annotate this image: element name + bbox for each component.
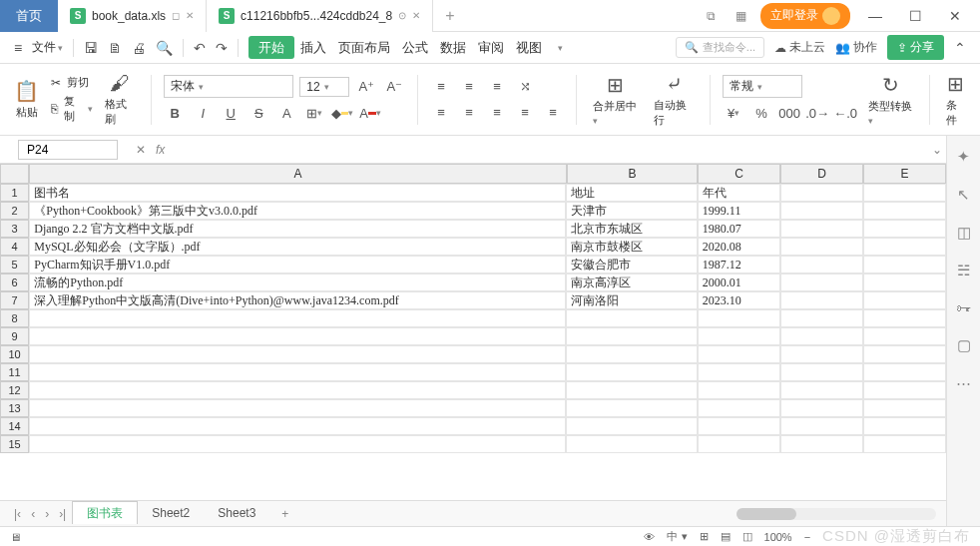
cell[interactable] — [566, 345, 698, 363]
column-header[interactable]: C — [698, 164, 780, 184]
cell[interactable] — [780, 184, 863, 202]
cell[interactable]: 河南洛阳 — [566, 291, 698, 309]
sheet-prev-icon[interactable]: ‹ — [27, 507, 39, 521]
cell[interactable] — [780, 273, 863, 291]
camera-icon[interactable]: ▢ — [957, 336, 971, 354]
cell[interactable] — [863, 381, 946, 399]
view-normal-icon[interactable]: ⊞ — [700, 530, 709, 543]
cursor-icon[interactable]: ↖ — [957, 186, 970, 204]
cell[interactable]: 1980.07 — [698, 220, 780, 238]
cell[interactable] — [863, 345, 946, 363]
cell[interactable] — [29, 381, 566, 399]
cell[interactable]: 流畅的Python.pdf — [29, 273, 566, 291]
row-header[interactable]: 14 — [0, 417, 29, 435]
fill-color-button[interactable]: ◆▾ — [331, 102, 353, 124]
font-color-button[interactable]: A▾ — [359, 102, 381, 124]
horizontal-scrollbar[interactable] — [736, 508, 936, 520]
eye-icon[interactable]: 👁 — [644, 531, 655, 543]
zoom-out-button[interactable]: − — [804, 531, 810, 543]
align-center-button[interactable]: ≡ — [458, 102, 480, 124]
cell[interactable] — [698, 345, 780, 363]
cell[interactable] — [566, 363, 698, 381]
sheet-next-icon[interactable]: › — [41, 507, 53, 521]
cell[interactable] — [863, 327, 946, 345]
sheet-last-icon[interactable]: ›| — [55, 507, 70, 521]
indent-right-button[interactable]: ≡ — [542, 102, 564, 124]
expand-icon[interactable]: ⌃ — [954, 40, 966, 56]
name-box[interactable] — [18, 140, 118, 160]
row-header[interactable]: 11 — [0, 363, 29, 381]
paste-group[interactable]: 📋 粘贴 — [10, 79, 43, 120]
currency-button[interactable]: ¥▾ — [723, 102, 744, 124]
cell[interactable] — [780, 381, 863, 399]
chevron-down-icon[interactable]: ▾ — [558, 43, 563, 53]
sheet-first-icon[interactable]: |‹ — [10, 507, 25, 521]
cell[interactable]: 深入理解Python中文版高清(Dive+into+Python)@www.ja… — [29, 291, 566, 309]
cell[interactable]: 北京市东城区 — [566, 220, 698, 238]
cell[interactable]: 图书名 — [29, 184, 566, 202]
row-header[interactable]: 3 — [0, 220, 29, 238]
cell[interactable] — [863, 238, 946, 256]
print-icon[interactable]: 🖨 — [132, 40, 146, 56]
row-header[interactable]: 5 — [0, 256, 29, 273]
lang-icon[interactable]: 中 ▾ — [667, 529, 687, 544]
cell[interactable]: 年代 — [698, 184, 780, 202]
row-header[interactable]: 4 — [0, 238, 29, 256]
cell[interactable] — [863, 399, 946, 417]
align-left-button[interactable]: ≡ — [430, 102, 452, 124]
row-header[interactable]: 6 — [0, 273, 29, 291]
ribbon-tab-1[interactable]: 插入 — [294, 36, 332, 59]
type-convert-group[interactable]: ↻ 类型转换▾ — [864, 73, 917, 126]
align-right-button[interactable]: ≡ — [486, 102, 508, 124]
spreadsheet-grid[interactable]: ABCDE 1图书名地址年代2《Python+Cookbook》第三版中文v3.… — [0, 164, 946, 500]
row-header[interactable]: 12 — [0, 381, 29, 399]
cell[interactable] — [780, 327, 863, 345]
cell[interactable] — [780, 238, 863, 256]
cell[interactable]: 安徽合肥市 — [566, 256, 698, 273]
coop-button[interactable]: 👥协作 — [835, 39, 877, 56]
percent-button[interactable]: % — [750, 102, 772, 124]
row-header[interactable]: 7 — [0, 291, 29, 309]
cancel-formula-icon[interactable]: ✕ — [136, 143, 146, 157]
cell[interactable]: PyCharm知识手册V1.0.pdf — [29, 256, 566, 273]
row-header[interactable]: 1 — [0, 184, 29, 202]
cell[interactable]: MySQL必知必会（文字版）.pdf — [29, 238, 566, 256]
save-icon[interactable]: 🖫 — [84, 40, 98, 56]
border-button[interactable]: ⊞▾ — [303, 102, 325, 124]
cell[interactable] — [863, 291, 946, 309]
cell[interactable] — [566, 381, 698, 399]
cell[interactable]: 2020.08 — [698, 238, 780, 256]
column-header[interactable]: B — [567, 164, 699, 184]
conditional-group[interactable]: ⊞ 条件 — [942, 72, 970, 128]
cell[interactable] — [780, 256, 863, 273]
view-split-icon[interactable]: ◫ — [742, 530, 752, 543]
cell[interactable] — [698, 417, 780, 435]
increase-font-button[interactable]: A⁺ — [355, 76, 377, 98]
cell[interactable] — [29, 417, 566, 435]
cell[interactable]: 《Python+Cookbook》第三版中文v3.0.0.pdf — [29, 202, 566, 220]
cell[interactable] — [698, 309, 780, 327]
tab-close-icon[interactable]: ✕ — [412, 10, 420, 21]
underline-button[interactable]: U — [220, 102, 242, 124]
decrease-font-button[interactable]: A⁻ — [383, 76, 405, 98]
dec-decimal-button[interactable]: ←.0 — [834, 102, 856, 124]
cell[interactable]: 1999.11 — [698, 202, 780, 220]
wrap-group[interactable]: ⤶ 自动换行 — [650, 72, 698, 128]
orientation-button[interactable]: ⤭ — [514, 76, 536, 98]
add-sheet-button[interactable]: + — [271, 507, 298, 521]
copy-button[interactable]: ⎘复制▾ — [51, 94, 93, 124]
export-icon[interactable]: 🗎 — [108, 40, 122, 56]
close-button[interactable]: ✕ — [940, 8, 970, 24]
cell[interactable] — [29, 399, 566, 417]
cell[interactable] — [698, 435, 780, 453]
cell[interactable] — [29, 309, 566, 327]
cell[interactable]: 地址 — [566, 184, 698, 202]
cell[interactable]: 2023.10 — [698, 291, 780, 309]
file-menu[interactable]: 文件▾ — [32, 39, 63, 56]
menu-icon[interactable]: ≡ — [14, 40, 22, 56]
cell[interactable] — [698, 327, 780, 345]
cell[interactable] — [29, 345, 566, 363]
expand-formula-icon[interactable]: ⌄ — [932, 143, 942, 157]
cell[interactable] — [29, 327, 566, 345]
cell[interactable] — [566, 435, 698, 453]
